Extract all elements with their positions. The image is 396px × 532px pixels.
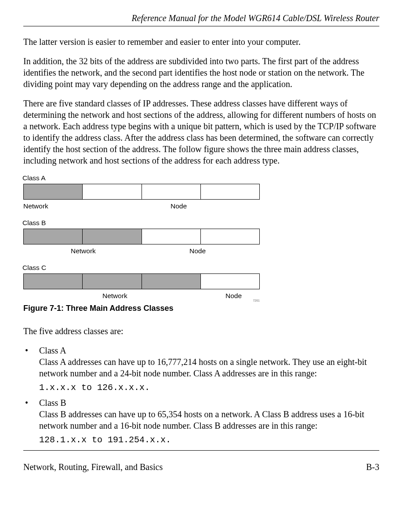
class-a-range-code: 1.x.x.x to 126.x.x.x. xyxy=(39,383,379,393)
figure-caption: Figure 7-1: Three Main Address Classes xyxy=(23,304,379,313)
class-a-node-octet xyxy=(142,184,201,199)
class-c-network-label: Network xyxy=(102,292,133,300)
class-c-node-octet xyxy=(201,274,259,289)
class-a-bar xyxy=(23,184,260,200)
footer-rule xyxy=(23,450,379,451)
class-b-node-octet xyxy=(142,229,201,244)
class-b-network-label: Network xyxy=(71,247,102,255)
class-b-title: Class B xyxy=(39,398,66,408)
class-b-range-code: 128.1.x.x to 191.254.x.x. xyxy=(39,435,379,445)
class-a-body: Class A addresses can have up to 16,777,… xyxy=(39,357,367,378)
class-b-label: Class B xyxy=(22,219,379,227)
class-c-node-label: Node xyxy=(225,292,242,300)
body-paragraph-2: In addition, the 32 bits of the address … xyxy=(23,55,379,90)
address-class-list: Class A Class A addresses can have up to… xyxy=(23,345,379,379)
class-c-network-octet xyxy=(24,274,83,289)
address-class-list: Class B Class B addresses can have up to… xyxy=(23,397,379,431)
page-footer: Network, Routing, Firewall, and Basics B… xyxy=(23,462,379,472)
header-rule xyxy=(23,26,379,26)
class-a-label: Class A xyxy=(22,174,379,182)
body-paragraph-3: There are five standard classes of IP ad… xyxy=(23,98,379,166)
class-a-node-octet xyxy=(201,184,259,199)
class-b-bar xyxy=(23,229,260,244)
list-item-class-b: Class B Class B addresses can have up to… xyxy=(23,397,379,431)
class-b-node-octet xyxy=(201,229,259,244)
class-c-network-octet xyxy=(83,274,142,289)
class-c-bar xyxy=(23,273,260,289)
footer-section-title: Network, Routing, Firewall, and Basics xyxy=(23,462,163,472)
body-paragraph-4: The five address classes are: xyxy=(23,325,379,337)
class-c-label: Class C xyxy=(22,264,379,272)
list-item-class-a: Class A Class A addresses can have up to… xyxy=(23,345,379,379)
class-b-node-label: Node xyxy=(189,247,206,255)
class-b-body: Class B addresses can have up to 65,354 … xyxy=(39,409,364,430)
class-a-node-octet xyxy=(83,184,142,199)
address-class-diagram: Class A Network Node Class B Network Nod… xyxy=(23,174,379,302)
class-a-title: Class A xyxy=(39,346,66,355)
class-c-labels-row: Network Node xyxy=(23,292,379,300)
class-a-node-label: Node xyxy=(171,202,187,210)
class-c-network-octet xyxy=(142,274,201,289)
body-paragraph-1: The latter version is easier to remember… xyxy=(23,36,379,47)
class-a-labels-row: Network Node xyxy=(23,202,379,210)
class-b-network-octet xyxy=(83,229,142,244)
page-header-title: Reference Manual for the Model WGR614 Ca… xyxy=(23,13,379,23)
class-b-labels-row: Network Node xyxy=(23,247,379,255)
class-a-network-label: Network xyxy=(23,202,54,210)
class-a-network-octet xyxy=(24,184,83,199)
footer-page-number: B-3 xyxy=(366,462,379,472)
class-b-network-octet xyxy=(24,229,83,244)
